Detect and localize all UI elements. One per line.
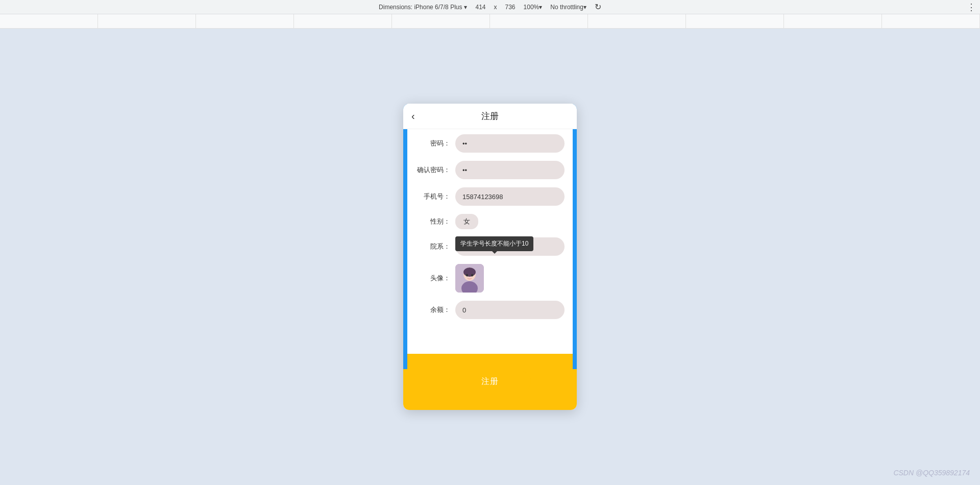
dropdown-arrow[interactable]: ▾ <box>464 4 467 11</box>
svg-point-5 <box>471 274 473 277</box>
avatar-row: 头像： <box>415 264 565 293</box>
phone-row: 手机号： <box>415 187 565 206</box>
gender-label: 性别： <box>415 217 450 226</box>
ruler-tab-2 <box>98 14 196 28</box>
rotate-icon[interactable]: ↻ <box>595 2 601 12</box>
register-button[interactable]: 注册 <box>449 371 531 392</box>
zoom-value[interactable]: 100%▾ <box>524 4 543 11</box>
password-label: 密码： <box>415 139 450 148</box>
avatar-label: 头像： <box>415 274 450 283</box>
department-row: 学生学号长度不能小于10 院系： <box>415 237 565 256</box>
ruler-tab-5 <box>392 14 490 28</box>
ruler-area <box>0 14 980 29</box>
page-title: 注册 <box>481 110 499 122</box>
balance-row: 余额： <box>415 301 565 319</box>
gender-tag[interactable]: 女 <box>455 214 478 229</box>
ruler-tab-4 <box>294 14 392 28</box>
devtools-bar: Dimensions: iPhone 6/7/8 Plus ▾ 414 x 73… <box>0 0 980 14</box>
dimensions-section: Dimensions: iPhone 6/7/8 Plus ▾ <box>379 4 467 11</box>
dimensions-label: Dimensions: iPhone 6/7/8 Plus <box>379 4 462 11</box>
ruler-tab-8 <box>686 14 784 28</box>
balance-input[interactable] <box>455 301 565 319</box>
throttling-value[interactable]: No throttling▾ <box>550 4 586 11</box>
ruler-tab-10 <box>882 14 980 28</box>
ruler-tab-6 <box>490 14 588 28</box>
department-label: 院系： <box>415 242 450 251</box>
gender-row: 性别： 女 <box>415 214 565 229</box>
avatar-image[interactable] <box>455 264 484 293</box>
three-dots[interactable]: ⋮ <box>967 2 976 13</box>
form-content[interactable]: 密码： 确认密码： 手机号： 性别： 女 学生学号长度不能小于10 <box>407 129 573 354</box>
ruler-tab-3 <box>196 14 294 28</box>
width-value: 414 <box>475 4 485 11</box>
avatar-svg <box>455 264 484 293</box>
password-input[interactable] <box>455 134 565 153</box>
balance-label: 余额： <box>415 305 450 314</box>
svg-point-2 <box>463 268 476 277</box>
confirm-password-label: 确认密码： <box>415 165 450 175</box>
height-value: 736 <box>505 4 516 11</box>
phone-label: 手机号： <box>415 192 450 201</box>
svg-point-4 <box>466 274 468 277</box>
phone-input[interactable] <box>455 187 565 206</box>
phone-frame: ‹ 注册 密码： 确认密码： 手机号： 性别： 女 <box>403 104 577 410</box>
main-area: ‹ 注册 密码： 确认密码： 手机号： 性别： 女 <box>0 29 980 485</box>
ruler-tab-1 <box>0 14 98 28</box>
confirm-password-row: 确认密码： <box>415 161 565 179</box>
ruler-tab-9 <box>784 14 882 28</box>
tooltip: 学生学号长度不能小于10 <box>455 236 533 251</box>
back-button[interactable]: ‹ <box>411 110 415 122</box>
watermark: CSDN @QQ359892174 <box>893 469 970 477</box>
x-separator: x <box>494 4 497 11</box>
password-row: 密码： <box>415 134 565 153</box>
phone-header: ‹ 注册 <box>403 104 577 129</box>
ruler-tab-7 <box>588 14 686 28</box>
confirm-password-input[interactable] <box>455 161 565 179</box>
